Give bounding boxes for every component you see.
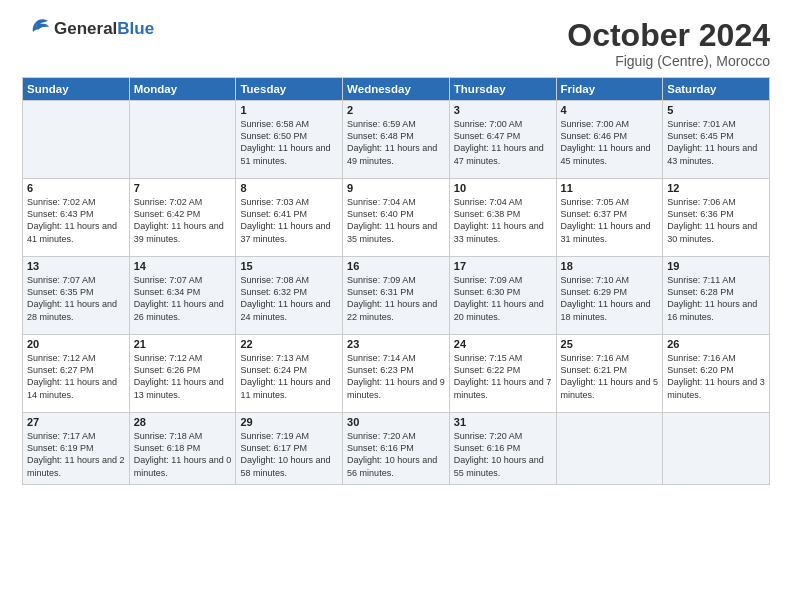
- day-number: 14: [134, 260, 232, 272]
- day-number: 15: [240, 260, 338, 272]
- calendar-week-row: 27Sunrise: 7:17 AMSunset: 6:19 PMDayligh…: [23, 413, 770, 485]
- table-row: 23Sunrise: 7:14 AMSunset: 6:23 PMDayligh…: [343, 335, 450, 413]
- table-row: 7Sunrise: 7:02 AMSunset: 6:42 PMDaylight…: [129, 179, 236, 257]
- day-number: 23: [347, 338, 445, 350]
- table-row: [23, 101, 130, 179]
- table-row: 8Sunrise: 7:03 AMSunset: 6:41 PMDaylight…: [236, 179, 343, 257]
- table-row: 10Sunrise: 7:04 AMSunset: 6:38 PMDayligh…: [449, 179, 556, 257]
- table-row: 21Sunrise: 7:12 AMSunset: 6:26 PMDayligh…: [129, 335, 236, 413]
- table-row: 3Sunrise: 7:00 AMSunset: 6:47 PMDaylight…: [449, 101, 556, 179]
- day-number: 1: [240, 104, 338, 116]
- logo: GeneralBlue: [22, 18, 154, 40]
- day-number: 20: [27, 338, 125, 350]
- table-row: 2Sunrise: 6:59 AMSunset: 6:48 PMDaylight…: [343, 101, 450, 179]
- table-row: 12Sunrise: 7:06 AMSunset: 6:36 PMDayligh…: [663, 179, 770, 257]
- cell-detail: Sunrise: 7:02 AMSunset: 6:43 PMDaylight:…: [27, 196, 125, 245]
- col-wednesday: Wednesday: [343, 78, 450, 101]
- cell-detail: Sunrise: 7:12 AMSunset: 6:26 PMDaylight:…: [134, 352, 232, 401]
- calendar-page: GeneralBlue October 2024 Figuig (Centre)…: [0, 0, 792, 612]
- day-number: 6: [27, 182, 125, 194]
- cell-detail: Sunrise: 7:10 AMSunset: 6:29 PMDaylight:…: [561, 274, 659, 323]
- cell-detail: Sunrise: 7:08 AMSunset: 6:32 PMDaylight:…: [240, 274, 338, 323]
- cell-detail: Sunrise: 7:03 AMSunset: 6:41 PMDaylight:…: [240, 196, 338, 245]
- cell-detail: Sunrise: 7:09 AMSunset: 6:30 PMDaylight:…: [454, 274, 552, 323]
- table-row: 16Sunrise: 7:09 AMSunset: 6:31 PMDayligh…: [343, 257, 450, 335]
- table-row: 28Sunrise: 7:18 AMSunset: 6:18 PMDayligh…: [129, 413, 236, 485]
- table-row: 4Sunrise: 7:00 AMSunset: 6:46 PMDaylight…: [556, 101, 663, 179]
- day-number: 24: [454, 338, 552, 350]
- calendar-week-row: 20Sunrise: 7:12 AMSunset: 6:27 PMDayligh…: [23, 335, 770, 413]
- table-row: [129, 101, 236, 179]
- table-row: 30Sunrise: 7:20 AMSunset: 6:16 PMDayligh…: [343, 413, 450, 485]
- cell-detail: Sunrise: 7:20 AMSunset: 6:16 PMDaylight:…: [347, 430, 445, 479]
- table-row: 24Sunrise: 7:15 AMSunset: 6:22 PMDayligh…: [449, 335, 556, 413]
- calendar-week-row: 1Sunrise: 6:58 AMSunset: 6:50 PMDaylight…: [23, 101, 770, 179]
- day-number: 12: [667, 182, 765, 194]
- day-number: 19: [667, 260, 765, 272]
- calendar-header-row: Sunday Monday Tuesday Wednesday Thursday…: [23, 78, 770, 101]
- table-row: 27Sunrise: 7:17 AMSunset: 6:19 PMDayligh…: [23, 413, 130, 485]
- cell-detail: Sunrise: 7:09 AMSunset: 6:31 PMDaylight:…: [347, 274, 445, 323]
- day-number: 10: [454, 182, 552, 194]
- location-subtitle: Figuig (Centre), Morocco: [567, 53, 770, 69]
- cell-detail: Sunrise: 7:04 AMSunset: 6:40 PMDaylight:…: [347, 196, 445, 245]
- cell-detail: Sunrise: 7:01 AMSunset: 6:45 PMDaylight:…: [667, 118, 765, 167]
- day-number: 16: [347, 260, 445, 272]
- cell-detail: Sunrise: 7:12 AMSunset: 6:27 PMDaylight:…: [27, 352, 125, 401]
- day-number: 13: [27, 260, 125, 272]
- logo-icon: [22, 18, 50, 40]
- cell-detail: Sunrise: 7:18 AMSunset: 6:18 PMDaylight:…: [134, 430, 232, 479]
- day-number: 18: [561, 260, 659, 272]
- cell-detail: Sunrise: 7:07 AMSunset: 6:34 PMDaylight:…: [134, 274, 232, 323]
- cell-detail: Sunrise: 7:04 AMSunset: 6:38 PMDaylight:…: [454, 196, 552, 245]
- col-thursday: Thursday: [449, 78, 556, 101]
- table-row: 11Sunrise: 7:05 AMSunset: 6:37 PMDayligh…: [556, 179, 663, 257]
- table-row: 18Sunrise: 7:10 AMSunset: 6:29 PMDayligh…: [556, 257, 663, 335]
- cell-detail: Sunrise: 7:16 AMSunset: 6:21 PMDaylight:…: [561, 352, 659, 401]
- table-row: 25Sunrise: 7:16 AMSunset: 6:21 PMDayligh…: [556, 335, 663, 413]
- table-row: 22Sunrise: 7:13 AMSunset: 6:24 PMDayligh…: [236, 335, 343, 413]
- col-sunday: Sunday: [23, 78, 130, 101]
- cell-detail: Sunrise: 7:07 AMSunset: 6:35 PMDaylight:…: [27, 274, 125, 323]
- col-friday: Friday: [556, 78, 663, 101]
- col-tuesday: Tuesday: [236, 78, 343, 101]
- cell-detail: Sunrise: 7:14 AMSunset: 6:23 PMDaylight:…: [347, 352, 445, 401]
- table-row: 19Sunrise: 7:11 AMSunset: 6:28 PMDayligh…: [663, 257, 770, 335]
- table-row: 20Sunrise: 7:12 AMSunset: 6:27 PMDayligh…: [23, 335, 130, 413]
- day-number: 9: [347, 182, 445, 194]
- table-row: 14Sunrise: 7:07 AMSunset: 6:34 PMDayligh…: [129, 257, 236, 335]
- day-number: 30: [347, 416, 445, 428]
- month-title: October 2024: [567, 18, 770, 53]
- day-number: 31: [454, 416, 552, 428]
- table-row: 15Sunrise: 7:08 AMSunset: 6:32 PMDayligh…: [236, 257, 343, 335]
- col-saturday: Saturday: [663, 78, 770, 101]
- cell-detail: Sunrise: 7:02 AMSunset: 6:42 PMDaylight:…: [134, 196, 232, 245]
- table-row: 29Sunrise: 7:19 AMSunset: 6:17 PMDayligh…: [236, 413, 343, 485]
- day-number: 21: [134, 338, 232, 350]
- day-number: 26: [667, 338, 765, 350]
- day-number: 5: [667, 104, 765, 116]
- cell-detail: Sunrise: 7:16 AMSunset: 6:20 PMDaylight:…: [667, 352, 765, 401]
- day-number: 2: [347, 104, 445, 116]
- cell-detail: Sunrise: 7:06 AMSunset: 6:36 PMDaylight:…: [667, 196, 765, 245]
- table-row: 5Sunrise: 7:01 AMSunset: 6:45 PMDaylight…: [663, 101, 770, 179]
- day-number: 3: [454, 104, 552, 116]
- day-number: 17: [454, 260, 552, 272]
- table-row: [556, 413, 663, 485]
- day-number: 28: [134, 416, 232, 428]
- cell-detail: Sunrise: 7:05 AMSunset: 6:37 PMDaylight:…: [561, 196, 659, 245]
- day-number: 8: [240, 182, 338, 194]
- calendar-week-row: 6Sunrise: 7:02 AMSunset: 6:43 PMDaylight…: [23, 179, 770, 257]
- day-number: 27: [27, 416, 125, 428]
- cell-detail: Sunrise: 7:11 AMSunset: 6:28 PMDaylight:…: [667, 274, 765, 323]
- logo-text: GeneralBlue: [54, 19, 154, 39]
- day-number: 22: [240, 338, 338, 350]
- cell-detail: Sunrise: 7:00 AMSunset: 6:46 PMDaylight:…: [561, 118, 659, 167]
- cell-detail: Sunrise: 7:20 AMSunset: 6:16 PMDaylight:…: [454, 430, 552, 479]
- cell-detail: Sunrise: 7:00 AMSunset: 6:47 PMDaylight:…: [454, 118, 552, 167]
- table-row: 9Sunrise: 7:04 AMSunset: 6:40 PMDaylight…: [343, 179, 450, 257]
- calendar-week-row: 13Sunrise: 7:07 AMSunset: 6:35 PMDayligh…: [23, 257, 770, 335]
- day-number: 4: [561, 104, 659, 116]
- cell-detail: Sunrise: 6:59 AMSunset: 6:48 PMDaylight:…: [347, 118, 445, 167]
- title-block: October 2024 Figuig (Centre), Morocco: [567, 18, 770, 69]
